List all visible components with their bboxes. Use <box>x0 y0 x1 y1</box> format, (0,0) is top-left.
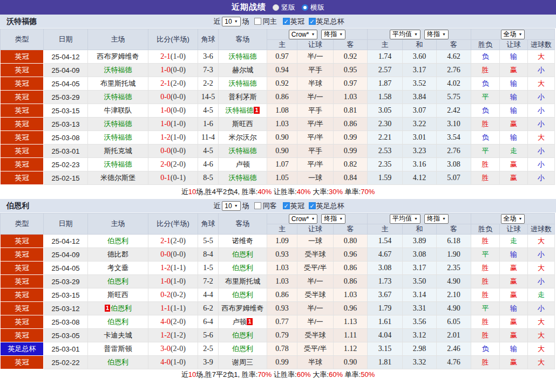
away-team-link[interactable]: 诺维奇 <box>219 235 267 248</box>
team-name: 伯恩利 <box>232 291 253 299</box>
home-team-link[interactable]: 布里斯托城 <box>88 77 148 91</box>
handicap-line: 半/一 <box>297 275 334 288</box>
away-team-link[interactable]: 米尔沃尔 <box>219 131 267 145</box>
home-team-link[interactable]: 斯旺西 <box>88 288 148 302</box>
away-team-link[interactable]: 赫尔城 <box>219 64 267 77</box>
away-team-link[interactable]: 谢周三 <box>219 356 267 369</box>
away-team-link[interactable]: 伯恩利 <box>219 288 267 302</box>
same-venue-checkbox[interactable] <box>254 18 261 25</box>
away-team-link[interactable]: 沃特福德1 <box>219 104 267 118</box>
handicap-line: 受半球 <box>297 248 334 262</box>
away-team-link[interactable]: 伯恩利 <box>219 262 267 275</box>
home-team-link[interactable]: 沃特福德 <box>88 118 148 131</box>
halftime-score: (2-0) <box>171 160 186 168</box>
team-name: 伯恩利 <box>111 304 132 312</box>
home-team-link[interactable]: 斯托克城 <box>88 145 148 158</box>
home-team-link[interactable]: 卡迪夫城 <box>88 329 148 342</box>
final-odds-select[interactable]: 终指▼ <box>321 30 345 39</box>
average-select[interactable]: 平均值▼ <box>390 214 421 224</box>
facup-filter-checkbox[interactable]: ✓ <box>309 18 316 25</box>
home-team-link[interactable]: 西布罗姆维奇 <box>88 50 148 64</box>
away-team-link[interactable]: 伯恩利 <box>219 248 267 262</box>
match-count-value: 10 <box>225 202 232 210</box>
result-outcome: 胜 <box>471 235 500 248</box>
match-rows: 英冠25-04-12伯恩利2-1(2-0)5-5诺维奇1.09一球0.801.5… <box>1 235 555 369</box>
league-filter-checkbox[interactable]: ✓ <box>283 202 290 209</box>
layout-radio-vertical[interactable]: 竖版 <box>273 3 295 12</box>
home-team-link[interactable]: 考文垂 <box>88 262 148 275</box>
final-odds-select[interactable]: 终指▼ <box>321 214 345 224</box>
home-team-link[interactable]: 沃特福德 <box>88 158 148 171</box>
match-count-select[interactable]: 10 ▼ <box>222 17 240 26</box>
away-team-link[interactable]: 卢顿 <box>219 158 267 171</box>
team-name-heading: 沃特福德 <box>6 17 37 26</box>
score-cell: 1-2(1-2) <box>148 329 198 342</box>
handicap-home-odds: 0.78 <box>267 342 297 356</box>
score-cell: 2-1(2-0) <box>148 77 198 91</box>
result-goals: 大 <box>528 77 555 91</box>
avg-away-odds: 3.08 <box>437 158 471 171</box>
home-team-link[interactable]: 普雷斯顿 <box>88 342 148 356</box>
team-name: 伯恩利 <box>107 277 128 285</box>
competition-badge: 英冠 <box>1 64 44 77</box>
away-team-link[interactable]: 斯旺西 <box>219 118 267 131</box>
avg-home-odds: 1.87 <box>368 77 403 91</box>
bookmaker-select[interactable]: Crow*▼ <box>289 30 318 39</box>
away-team-link[interactable]: 伯恩利 <box>219 342 267 356</box>
competition-badge: 英冠 <box>1 262 44 275</box>
fulltime-score: 1-0 <box>160 277 171 285</box>
away-team-link[interactable]: 卢顿1 <box>219 315 267 329</box>
away-team-link[interactable]: 沃特福德 <box>219 50 267 64</box>
final-odds-select-2[interactable]: 终指▼ <box>424 30 449 39</box>
league-filter-checkbox[interactable]: ✓ <box>283 18 290 25</box>
away-team-link[interactable]: 沃特福德 <box>219 145 267 158</box>
avg-draw-odds: 3.50 <box>403 275 437 288</box>
layout-radio-horizontal[interactable]: 横版 <box>302 3 324 12</box>
chevron-down-icon: ▼ <box>442 217 446 221</box>
result-outcome: 胜 <box>471 171 500 185</box>
match-row: 英冠25-03-29伯恩利1-0(1-0)7-2布里斯托城1.03半/一0.86… <box>1 275 555 288</box>
handicap-home-odds: 0.90 <box>267 145 297 158</box>
average-select[interactable]: 平均值▼ <box>390 30 421 39</box>
home-team-link[interactable]: 伯恩利 <box>88 315 148 329</box>
home-team-link[interactable]: 德比郡 <box>88 248 148 262</box>
away-team-link[interactable]: 沃特福德 <box>219 171 267 185</box>
home-team-link[interactable]: 伯恩利 <box>88 235 148 248</box>
scope-select[interactable]: 全场▼ <box>501 30 525 39</box>
avg-draw-odds: 3.52 <box>403 77 437 91</box>
summary-text: 70% <box>361 188 375 196</box>
away-team-link[interactable]: 西布罗姆维奇 <box>219 302 267 315</box>
bookmaker-select[interactable]: Crow*▼ <box>289 214 318 224</box>
col-header-home: 主场 <box>88 214 148 235</box>
home-team-link[interactable]: 沃特福德 <box>88 91 148 104</box>
halftime-score: (1-0) <box>171 277 186 285</box>
scope-select[interactable]: 全场▼ <box>501 214 525 224</box>
final-odds-select-2[interactable]: 终指▼ <box>424 214 449 224</box>
home-team-link[interactable]: 牛津联队 <box>88 104 148 118</box>
home-team-link[interactable]: 1伯恩利 <box>88 302 148 315</box>
home-team-link[interactable]: 伯恩利 <box>88 356 148 369</box>
result-handicap: 输 <box>500 50 528 64</box>
sub-header-avg-draw: 和 <box>403 224 437 235</box>
handicap-away-odds: 0.97 <box>334 77 368 91</box>
fulltime-score: 1-0 <box>160 106 171 114</box>
home-team-link[interactable]: 伯恩利 <box>88 275 148 288</box>
section-header: 沃特福德 近 10 ▼ 场 同主 ✓ 英冠 ✓ 英足总杯 <box>0 15 556 29</box>
away-team-link[interactable]: 布里斯托城 <box>219 275 267 288</box>
same-venue-checkbox[interactable] <box>254 202 261 209</box>
home-team-link[interactable]: 沃特福德 <box>88 64 148 77</box>
away-team-link[interactable]: 伯恩利 <box>219 329 267 342</box>
match-count-select[interactable]: 10 ▼ <box>222 201 240 211</box>
competition-badge: 英冠 <box>1 145 44 158</box>
away-team-link[interactable]: 普利茅斯 <box>219 91 267 104</box>
handicap-line: 平手 <box>297 145 334 158</box>
result-handicap: 输 <box>500 77 528 91</box>
team-name-heading: 伯恩利 <box>6 201 29 211</box>
home-team-link[interactable]: 沃特福德 <box>88 131 148 145</box>
score-cell: 1-0(1-0) <box>148 118 198 131</box>
result-outcome: 胜 <box>471 315 500 329</box>
home-team-link[interactable]: 米德尔斯堡 <box>88 171 148 185</box>
facup-filter-checkbox[interactable]: ✓ <box>309 202 316 209</box>
result-handicap: 输 <box>500 131 528 145</box>
away-team-link[interactable]: 沃特福德 <box>219 77 267 91</box>
